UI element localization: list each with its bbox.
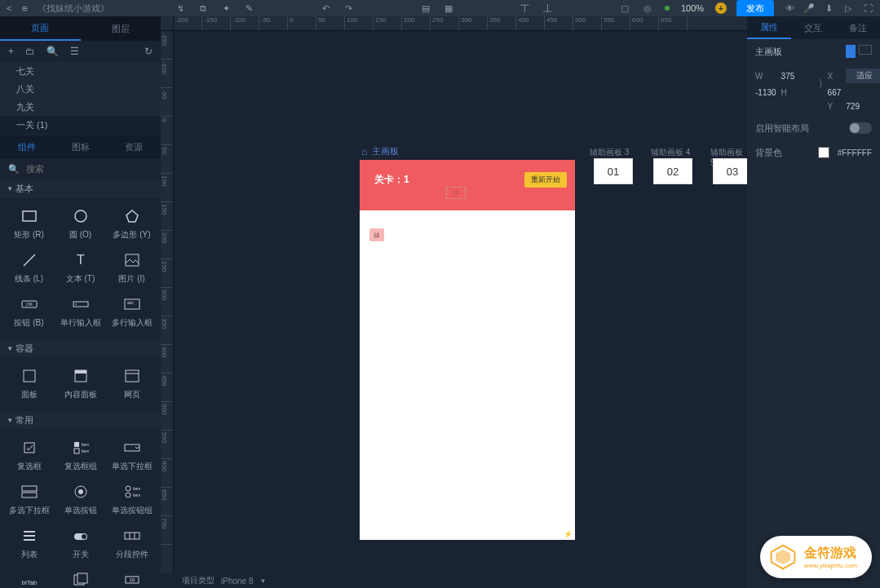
chevron-down-icon[interactable]: ▼ bbox=[259, 577, 266, 585]
folder-icon[interactable]: 🗀 bbox=[25, 46, 35, 57]
aux-label[interactable]: 辅助画板 4 bbox=[651, 147, 690, 158]
svg-point-29 bbox=[126, 493, 130, 497]
tab-pages[interactable]: 页面 bbox=[0, 16, 81, 41]
page-item[interactable]: 七关 bbox=[0, 62, 161, 80]
portrait-button[interactable] bbox=[846, 45, 856, 58]
page-item-selected[interactable]: 一关 (1) bbox=[0, 116, 161, 134]
category-common[interactable]: 常用 bbox=[0, 411, 161, 429]
crop-icon[interactable]: ⧉ bbox=[197, 2, 209, 14]
link-dims-icon[interactable]: ⟩ bbox=[819, 77, 823, 89]
redo-icon[interactable]: ↷ bbox=[343, 2, 354, 14]
tab-notes[interactable]: 备注 bbox=[836, 16, 880, 39]
home-icon[interactable]: ⌂ bbox=[361, 146, 367, 157]
component-segment[interactable]: 分段控件 bbox=[106, 522, 157, 566]
view-icon[interactable]: 👁 bbox=[784, 2, 795, 14]
component-radio-group[interactable]: itemitem单选按钮组 bbox=[106, 478, 157, 522]
component-img-card[interactable]: 图片滑动卡 bbox=[55, 566, 106, 588]
bg-swatch[interactable] bbox=[818, 147, 829, 158]
tab-assets[interactable]: 资源 bbox=[107, 135, 161, 158]
component-button[interactable]: OK按钮 (B) bbox=[3, 290, 55, 334]
align-icon-2[interactable]: ▦ bbox=[443, 2, 454, 14]
zoom-add-button[interactable]: + bbox=[715, 2, 727, 14]
component-label: 单选按钮组 bbox=[112, 505, 153, 516]
landscape-button[interactable] bbox=[859, 45, 872, 55]
pen-icon[interactable]: ✦ bbox=[220, 2, 232, 14]
restart-button[interactable]: 重新开始 bbox=[524, 172, 567, 188]
h-value[interactable]: 667 bbox=[828, 88, 842, 97]
tab-properties[interactable]: 属性 bbox=[747, 16, 791, 39]
component-bitab[interactable]: biTabbiTab bbox=[3, 566, 55, 588]
fit-button[interactable]: 适应 bbox=[846, 69, 880, 83]
component-image[interactable]: 图片 (I) bbox=[106, 246, 157, 290]
svg-rect-23 bbox=[22, 486, 37, 491]
device-select[interactable]: iPhone 8 bbox=[221, 577, 253, 586]
target-icon[interactable]: ◎ bbox=[642, 2, 653, 14]
viewport[interactable]: ⌂ 主画板 关卡：1 重新开始 妹 妹 ⚡ 辅助画板 3 01 辅助画板 4 0… bbox=[174, 31, 747, 573]
search-icon[interactable]: 🔍 bbox=[46, 46, 59, 57]
orientation-toggle[interactable] bbox=[846, 45, 872, 58]
refresh-icon[interactable]: ↻ bbox=[144, 46, 153, 57]
search-input[interactable] bbox=[26, 164, 153, 174]
back-button[interactable]: < bbox=[7, 3, 11, 13]
component-rect[interactable]: 矩形 (R) bbox=[3, 202, 55, 246]
bg-hex[interactable]: #FFFFFF bbox=[838, 148, 872, 157]
page-item[interactable]: 八关 bbox=[0, 80, 161, 98]
component-checkbox[interactable]: 复选框 bbox=[3, 434, 55, 478]
pencil-icon[interactable]: ✎ bbox=[243, 2, 254, 14]
component-multiselect[interactable]: 多选下拉框 bbox=[3, 478, 55, 522]
component-radio[interactable]: 单选按钮 bbox=[55, 478, 106, 522]
mic-icon[interactable]: 🎤 bbox=[803, 2, 815, 14]
artboard-header[interactable]: 关卡：1 重新开始 妹 bbox=[360, 160, 575, 210]
component-line[interactable]: 线条 (L) bbox=[3, 246, 55, 290]
text-bottom-icon[interactable]: 丄 bbox=[542, 2, 554, 14]
tab-components[interactable]: 组件 bbox=[0, 135, 54, 158]
list-icon[interactable]: ☰ bbox=[70, 46, 79, 57]
game-cell[interactable]: 妹 bbox=[369, 228, 384, 241]
zoom-level[interactable]: 100% bbox=[681, 3, 704, 13]
play-icon[interactable]: ▷ bbox=[842, 2, 854, 14]
component-text[interactable]: T文本 (T) bbox=[55, 246, 106, 290]
aux-artboard[interactable]: 01 bbox=[594, 158, 633, 184]
game-cell[interactable]: 妹 bbox=[446, 187, 466, 199]
component-webpage[interactable]: 网页 bbox=[106, 362, 157, 406]
download-icon[interactable]: ⬇ bbox=[823, 2, 834, 14]
component-content-panel[interactable]: 内容面板 bbox=[55, 362, 106, 406]
breadcrumb-label[interactable]: 主画板 bbox=[372, 145, 399, 157]
tab-icons[interactable]: 图标 bbox=[54, 135, 108, 158]
page-item[interactable]: 九关 bbox=[0, 98, 161, 116]
device-icon[interactable]: ▢ bbox=[619, 2, 630, 14]
component-circle[interactable]: 圆 (O) bbox=[55, 202, 106, 246]
publish-button[interactable]: 发布 bbox=[736, 0, 774, 17]
y-value[interactable]: 729 bbox=[846, 102, 880, 111]
component-label: 单选下拉框 bbox=[112, 461, 153, 472]
add-page-icon[interactable]: + bbox=[8, 46, 14, 57]
x-value[interactable]: -1130 bbox=[755, 88, 776, 97]
component-num-input[interactable]: 16数字输入框 bbox=[106, 566, 157, 588]
tab-interaction[interactable]: 交互 bbox=[791, 16, 835, 39]
component-input[interactable]: 单行输入框 bbox=[55, 290, 106, 334]
component-switch[interactable]: 开关 bbox=[55, 522, 106, 566]
category-container[interactable]: 容器 bbox=[0, 339, 161, 357]
component-select[interactable]: 单选下拉框 bbox=[106, 434, 157, 478]
toolbar-group-view: ▢ ◎ 100% + bbox=[619, 2, 727, 14]
component-polygon[interactable]: 多边形 (Y) bbox=[106, 202, 157, 246]
tab-layers[interactable]: 图层 bbox=[81, 16, 161, 41]
link-icon[interactable]: ↯ bbox=[175, 2, 186, 14]
w-value[interactable]: 375 bbox=[781, 72, 814, 81]
fullscreen-icon[interactable]: ⛶ bbox=[862, 2, 873, 14]
category-basic[interactable]: 基本 bbox=[0, 179, 161, 197]
component-textarea[interactable]: abc多行输入框 bbox=[106, 290, 157, 334]
undo-icon[interactable]: ↶ bbox=[320, 2, 331, 14]
align-icon-1[interactable]: ▤ bbox=[420, 2, 431, 14]
aux-artboard[interactable]: 02 bbox=[653, 158, 692, 184]
smart-layout-toggle[interactable] bbox=[849, 122, 872, 134]
menu-icon[interactable]: ≡ bbox=[21, 2, 28, 15]
text-top-icon[interactable]: 丅 bbox=[520, 2, 531, 14]
aux-label[interactable]: 辅助画板 3 bbox=[590, 147, 629, 158]
component-list[interactable]: 列表 bbox=[3, 522, 55, 566]
artboard-main[interactable]: 关卡：1 重新开始 妹 妹 ⚡ bbox=[360, 160, 575, 540]
svg-rect-20 bbox=[74, 449, 79, 453]
component-panel[interactable]: 面板 bbox=[3, 362, 55, 406]
component-checkbox-group[interactable]: itemitem复选框组 bbox=[55, 434, 106, 478]
aux-artboard[interactable]: 03 bbox=[713, 158, 747, 184]
